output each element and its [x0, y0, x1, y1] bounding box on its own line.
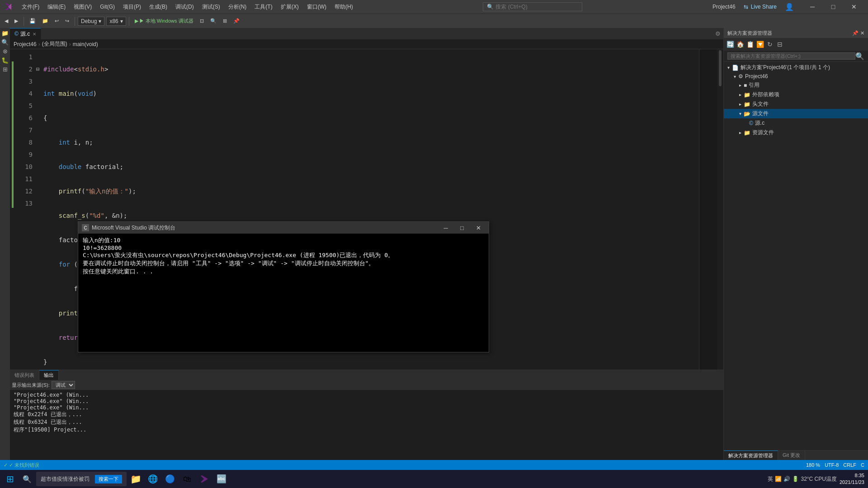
se-refresh-icon[interactable]: ↻	[765, 40, 774, 49]
tab-close-btn[interactable]: ✕	[33, 32, 36, 37]
console-close-btn[interactable]: ✕	[472, 222, 485, 234]
code-line-1: #include<stdio.h>	[43, 63, 699, 75]
battery-icon[interactable]: 🔋	[792, 476, 799, 482]
tree-source-c[interactable]: © 源.c	[724, 118, 868, 128]
user-avatar[interactable]: 👤	[781, 0, 797, 15]
taskbar-search-icon[interactable]: 🔍	[19, 471, 35, 487]
tree-resources[interactable]: ▸ 📁 资源文件	[724, 128, 868, 137]
scrollbar-thumb[interactable]	[719, 50, 722, 86]
breadcrumb-function[interactable]: main(void)	[73, 41, 98, 47]
tree-references[interactable]: ▸ ■ 引用	[724, 80, 868, 90]
se-pin-icon[interactable]: 📌	[852, 30, 859, 36]
run-button[interactable]: ▶ ▶ 本地 Windows 调试器	[132, 17, 196, 25]
toolbar-save[interactable]: 💾	[27, 17, 38, 25]
no-errors-text: ✓ 未找到错误	[9, 462, 39, 469]
menu-edit[interactable]: 编辑(E)	[44, 2, 69, 12]
menu-tools[interactable]: 工具(T)	[251, 2, 276, 12]
breadcrumb-project[interactable]: Project46	[14, 41, 37, 47]
taskbar-edge[interactable]: 🌐	[145, 471, 161, 487]
taskbar-ie[interactable]: 🔵	[162, 471, 178, 487]
menu-file[interactable]: 文件(F)	[18, 2, 43, 12]
menu-analyze[interactable]: 分析(N)	[225, 2, 250, 12]
toolbar-fwd[interactable]: ▶	[12, 17, 21, 25]
language-label[interactable]: C	[861, 462, 864, 468]
config-dropdown[interactable]: Debug ▾	[78, 17, 104, 26]
toolbar-extra1[interactable]: ⊡	[197, 17, 207, 25]
breadcrumb-scope[interactable]: (全局范围)	[42, 40, 67, 48]
se-search-input[interactable]	[727, 52, 855, 60]
toolbar-back[interactable]: ◀	[2, 17, 11, 25]
taskbar-clock[interactable]: 8:35 2021/11/23	[840, 472, 866, 486]
taskbar-vs[interactable]	[196, 471, 212, 487]
search-box[interactable]: 🔍	[483, 2, 582, 11]
se-close-icon[interactable]: ✕	[860, 30, 864, 36]
menu-help[interactable]: 帮助(H)	[331, 2, 357, 12]
menu-view[interactable]: 视图(V)	[70, 2, 95, 12]
start-button[interactable]: ⊞	[2, 471, 18, 487]
console-content[interactable]: 输入n的值:10 10!=3628800 C:\Users\萤火没有虫\sour…	[78, 234, 489, 352]
output-source-select[interactable]: 调试	[52, 381, 75, 389]
tab-error-list[interactable]: 错误列表	[10, 370, 39, 380]
taskbar-search-box[interactable]: 超市借疫情涨价被罚 搜索一下	[36, 472, 127, 486]
se-filter-icon[interactable]: 🔽	[755, 40, 764, 49]
maximize-button[interactable]: □	[823, 0, 844, 14]
taskbar-sougou[interactable]: 🔤	[213, 471, 230, 487]
volume-icon[interactable]: 🔊	[783, 476, 790, 482]
toolbar-sep2	[75, 17, 75, 26]
close-button[interactable]: ✕	[844, 0, 864, 14]
toolbar-extra4[interactable]: 📌	[231, 17, 242, 25]
toolbar-redo[interactable]: ↪	[62, 17, 72, 25]
console-icon-text: C	[84, 225, 87, 230]
toolbar-open[interactable]: 📁	[39, 17, 51, 25]
tree-project[interactable]: ▾ ⚙ Project46	[724, 72, 868, 80]
tree-source-files[interactable]: ▾ 📂 源文件	[724, 109, 868, 118]
source-c-icon: ©	[749, 120, 753, 127]
menu-extensions[interactable]: 扩展(X)	[277, 2, 302, 12]
menu-test[interactable]: 测试(S)	[198, 2, 224, 12]
se-collapse-icon[interactable]: ⊟	[775, 40, 784, 49]
toolbar-extra2[interactable]: 🔍	[208, 17, 219, 25]
menu-search-area: 🔍	[358, 2, 708, 11]
taskbar-store[interactable]: 🛍	[179, 471, 195, 487]
toolbar-undo[interactable]: ↩	[52, 17, 61, 25]
se-home-icon[interactable]: 🏠	[736, 40, 745, 49]
console-minimize-btn[interactable]: ─	[439, 222, 453, 234]
tab-git-changes[interactable]: Git 更改	[778, 450, 805, 460]
se-props-icon[interactable]: 📋	[745, 40, 755, 49]
tab-output[interactable]: 输出	[39, 370, 59, 380]
output-content[interactable]: "Project46.exe" (Win... "Project46.exe" …	[10, 390, 723, 460]
search-input[interactable]	[495, 4, 568, 10]
activity-git[interactable]: ⊗	[1, 47, 9, 55]
live-share-button[interactable]: ⇆ Live Share	[740, 4, 780, 10]
activity-extensions[interactable]: ⊞	[1, 65, 9, 73]
menu-project[interactable]: 项目(P)	[119, 2, 145, 12]
no-errors-indicator[interactable]: ✓ ✓ 未找到错误	[4, 462, 39, 469]
tab-solution-explorer[interactable]: 解决方案资源管理器	[724, 450, 778, 460]
encoding-label[interactable]: UTF-8	[825, 462, 839, 468]
taskbar-search-btn[interactable]: 搜索一下	[95, 475, 122, 483]
menu-git[interactable]: Git(G)	[96, 3, 118, 11]
menu-window[interactable]: 窗口(W)	[303, 2, 330, 12]
tree-headers[interactable]: ▸ 📁 头文件	[724, 99, 868, 109]
settings-icon[interactable]: ⚙	[715, 30, 721, 37]
line-ending-label[interactable]: CRLF	[843, 462, 856, 468]
taskbar-explorer[interactable]: 📁	[127, 471, 144, 487]
toolbar-extra3[interactable]: ⊞	[220, 17, 230, 25]
tab-source-c[interactable]: © 源.c ✕	[10, 28, 41, 39]
editor-scrollbar[interactable]	[717, 49, 723, 370]
activity-debug[interactable]: 🐛	[1, 56, 9, 64]
tree-expand-project: ▾	[732, 74, 737, 79]
wifi-icon[interactable]: 📶	[775, 476, 782, 482]
activity-explorer[interactable]: 📁	[1, 29, 9, 37]
minimize-button[interactable]: ─	[802, 0, 823, 14]
menu-build[interactable]: 生成(B)	[146, 2, 171, 12]
activity-search[interactable]: 🔍	[1, 38, 9, 46]
ime-indicator[interactable]: 英	[768, 475, 773, 483]
menu-debug[interactable]: 调试(D)	[172, 2, 198, 12]
tree-ext-deps[interactable]: ▸ 📁 外部依赖项	[724, 90, 868, 99]
se-sync-icon[interactable]: 🔄	[726, 40, 735, 49]
tree-solution[interactable]: ▾ 📄 解决方案'Project46'(1 个项目/共 1 个)	[724, 63, 868, 72]
platform-dropdown[interactable]: x86 ▾	[106, 17, 126, 26]
zoom-level[interactable]: 180 %	[806, 462, 820, 468]
console-maximize-btn[interactable]: □	[455, 222, 469, 234]
